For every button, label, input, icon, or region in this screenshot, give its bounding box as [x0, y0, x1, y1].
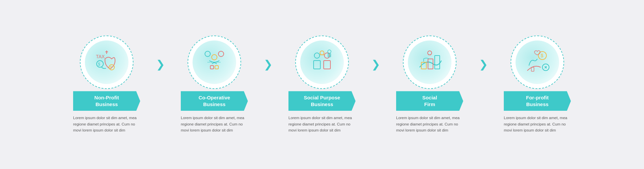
circle-for-profit: $ — [511, 35, 564, 89]
svg-text:TAX: TAX — [96, 54, 105, 59]
circle-non-profit: TAX $ $ — [80, 35, 133, 89]
arrow-3: ❯ — [479, 58, 488, 71]
item-for-profit: $ For-profitBusinessLorem ipsum dolor si… — [489, 35, 586, 133]
label-non-profit: Non-ProfitBusiness — [73, 91, 140, 111]
svg-rect-11 — [215, 66, 218, 69]
description-non-profit: Lorem ipsum dolor sit dim amet, mea regi… — [70, 115, 144, 133]
arrow-1: ❯ — [264, 58, 273, 71]
cooperative-icon — [199, 47, 229, 77]
nonprofit-icon: TAX $ $ — [92, 47, 122, 77]
svg-point-17 — [328, 50, 331, 53]
svg-text:$: $ — [541, 53, 543, 58]
svg-point-7 — [205, 51, 210, 57]
item-social-firm: SocialFirmLorem ipsum dolor sit dim amet… — [381, 35, 478, 133]
description-social-firm: Lorem ipsum dolor sit dim amet, mea regi… — [393, 115, 467, 133]
svg-rect-14 — [314, 61, 320, 69]
svg-point-16 — [320, 51, 324, 55]
circle-inner-social-firm — [408, 40, 451, 84]
item-wrapper-non-profit: TAX $ $ Non-ProfitBusinessLorem ipsum do… — [58, 35, 166, 133]
svg-point-8 — [218, 51, 224, 57]
circle-co-operative — [187, 35, 241, 89]
circle-inner-non-profit: TAX $ $ — [85, 40, 128, 84]
svg-rect-30 — [531, 67, 534, 71]
svg-text:$: $ — [110, 66, 112, 69]
circle-inner-for-profit: $ — [516, 40, 559, 84]
socialpurpose-icon — [307, 47, 337, 77]
circle-social-firm — [403, 35, 457, 89]
label-social-purpose: Social PurposeBusiness — [288, 91, 356, 111]
item-wrapper-social-purpose: Social PurposeBusinessLorem ipsum dolor … — [273, 35, 381, 133]
circle-inner-social-purpose — [300, 40, 344, 84]
forprofit-icon: $ — [522, 47, 552, 77]
svg-point-24 — [428, 51, 432, 55]
infographic-container: TAX $ $ Non-ProfitBusinessLorem ipsum do… — [0, 29, 644, 140]
svg-rect-23 — [435, 56, 440, 69]
label-social-firm: SocialFirm — [396, 91, 463, 111]
label-for-profit: For-profitBusiness — [504, 91, 571, 111]
item-wrapper-for-profit: $ For-profitBusinessLorem ipsum dolor si… — [489, 35, 586, 133]
svg-rect-15 — [324, 61, 330, 69]
svg-text:$: $ — [98, 62, 100, 67]
svg-point-12 — [314, 53, 320, 58]
item-wrapper-social-firm: SocialFirmLorem ipsum dolor sit dim amet… — [381, 35, 489, 133]
svg-rect-22 — [428, 59, 433, 69]
label-co-operative: Co-OperativeBusiness — [181, 91, 248, 111]
item-social-purpose: Social PurposeBusinessLorem ipsum dolor … — [273, 35, 371, 133]
item-co-operative: Co-OperativeBusinessLorem ipsum dolor si… — [166, 35, 263, 133]
arrow-0: ❯ — [156, 58, 165, 71]
circle-social-purpose — [295, 35, 349, 89]
item-non-profit: TAX $ $ Non-ProfitBusinessLorem ipsum do… — [58, 35, 155, 133]
description-for-profit: Lorem ipsum dolor sit dim amet, mea regi… — [500, 115, 574, 133]
socialfirm-icon — [415, 47, 445, 77]
description-social-purpose: Lorem ipsum dolor sit dim amet, mea regi… — [285, 115, 359, 133]
svg-point-9 — [212, 55, 217, 60]
item-wrapper-co-operative: Co-OperativeBusinessLorem ipsum dolor si… — [166, 35, 273, 133]
circle-inner-co-operative — [193, 40, 236, 84]
arrow-2: ❯ — [371, 58, 380, 71]
description-co-operative: Lorem ipsum dolor sit dim amet, mea regi… — [177, 115, 251, 133]
svg-rect-10 — [210, 66, 214, 69]
